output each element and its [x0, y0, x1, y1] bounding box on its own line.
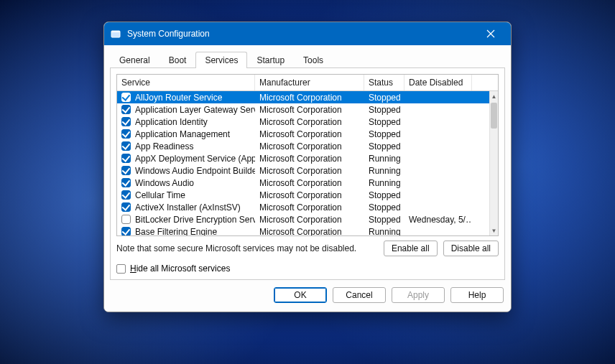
- secure-services-note: Note that some secure Microsoft services…: [116, 243, 378, 253]
- service-checkbox[interactable]: [121, 215, 131, 224]
- service-status: Running: [364, 166, 404, 176]
- service-manufacturer: Microsoft Corporation: [255, 154, 364, 164]
- service-row[interactable]: Base Filtering EngineMicrosoft Corporati…: [117, 225, 489, 235]
- service-manufacturer: Microsoft Corporation: [255, 141, 364, 151]
- service-manufacturer: Microsoft Corporation: [255, 129, 364, 139]
- tab-services[interactable]: Services: [195, 52, 247, 68]
- column-header-date-disabled[interactable]: Date Disabled: [404, 75, 472, 90]
- service-row[interactable]: Application ManagementMicrosoft Corporat…: [117, 128, 489, 140]
- service-status: Running: [364, 178, 404, 188]
- service-status: Stopped: [364, 129, 404, 139]
- service-status: Stopped: [364, 190, 404, 200]
- service-manufacturer: Microsoft Corporation: [255, 190, 364, 200]
- scroll-down-arrow[interactable]: ▼: [490, 225, 498, 235]
- client-area: General Boot Services Startup Tools Serv…: [104, 45, 511, 312]
- service-checkbox[interactable]: [121, 129, 131, 139]
- service-row[interactable]: AppX Deployment Service (AppX…Microsoft …: [117, 152, 489, 164]
- service-name: Windows Audio Endpoint Builder: [135, 166, 255, 176]
- service-row[interactable]: Application IdentityMicrosoft Corporatio…: [117, 116, 489, 128]
- msconfig-icon: [110, 28, 121, 39]
- service-status: Stopped: [364, 117, 404, 127]
- service-checkbox[interactable]: [121, 166, 131, 175]
- service-row[interactable]: AllJoyn Router ServiceMicrosoft Corporat…: [117, 91, 489, 103]
- vertical-scrollbar[interactable]: ▲ ▼: [489, 91, 498, 235]
- scroll-thumb[interactable]: [491, 103, 497, 129]
- tab-startup[interactable]: Startup: [247, 52, 294, 68]
- service-checkbox[interactable]: [121, 105, 131, 114]
- service-checkbox[interactable]: [121, 202, 131, 212]
- listview-header: Service Manufacturer Status Date Disable…: [117, 75, 498, 91]
- service-manufacturer: Microsoft Corporation: [255, 93, 364, 103]
- service-date-disabled: Wednesday, 5/…: [404, 215, 472, 225]
- hide-ms-checkbox[interactable]: [116, 264, 126, 274]
- help-button[interactable]: Help: [450, 287, 504, 303]
- desktop-wallpaper: System Configuration General Boot Servic…: [0, 0, 615, 364]
- service-manufacturer: Microsoft Corporation: [255, 227, 364, 236]
- disable-all-button[interactable]: Disable all: [443, 241, 499, 256]
- system-configuration-window: System Configuration General Boot Servic…: [103, 22, 512, 312]
- service-row[interactable]: ActiveX Installer (AxInstSV)Microsoft Co…: [117, 201, 489, 213]
- service-manufacturer: Microsoft Corporation: [255, 215, 364, 225]
- service-status: Running: [364, 154, 404, 164]
- tab-tools[interactable]: Tools: [294, 52, 333, 68]
- service-name: Application Layer Gateway Service: [135, 105, 255, 115]
- services-listview[interactable]: Service Manufacturer Status Date Disable…: [116, 74, 499, 236]
- service-row[interactable]: Windows Audio Endpoint BuilderMicrosoft …: [117, 164, 489, 177]
- service-checkbox[interactable]: [121, 141, 131, 151]
- tab-general[interactable]: General: [110, 52, 159, 68]
- service-row[interactable]: Application Layer Gateway ServiceMicroso…: [117, 103, 489, 116]
- service-checkbox[interactable]: [121, 190, 131, 200]
- service-name: Application Identity: [135, 117, 208, 127]
- titlebar[interactable]: System Configuration: [104, 22, 511, 45]
- service-checkbox[interactable]: [121, 117, 131, 126]
- service-status: Stopped: [364, 202, 404, 213]
- service-manufacturer: Microsoft Corporation: [255, 117, 364, 127]
- service-name: Cellular Time: [135, 190, 185, 200]
- service-manufacturer: Microsoft Corporation: [255, 105, 364, 115]
- service-manufacturer: Microsoft Corporation: [255, 202, 364, 213]
- service-manufacturer: Microsoft Corporation: [255, 178, 364, 188]
- cancel-button[interactable]: Cancel: [333, 287, 386, 303]
- service-name: App Readiness: [135, 141, 193, 151]
- service-checkbox[interactable]: [121, 154, 131, 163]
- tab-strip: General Boot Services Startup Tools: [110, 45, 505, 68]
- tab-boot[interactable]: Boot: [159, 52, 196, 68]
- service-checkbox[interactable]: [121, 93, 131, 102]
- service-name: Windows Audio: [135, 178, 194, 188]
- service-status: Running: [364, 227, 404, 236]
- service-name: AppX Deployment Service (AppX…: [135, 154, 255, 164]
- service-manufacturer: Microsoft Corporation: [255, 166, 364, 176]
- svg-rect-1: [111, 31, 120, 32]
- service-checkbox[interactable]: [121, 227, 131, 235]
- service-row[interactable]: BitLocker Drive Encryption ServiceMicros…: [117, 213, 489, 225]
- service-name: Application Management: [135, 129, 230, 139]
- service-row[interactable]: Cellular TimeMicrosoft CorporationStoppe…: [117, 189, 489, 201]
- service-status: Stopped: [364, 93, 404, 103]
- listview-body: AllJoyn Router ServiceMicrosoft Corporat…: [117, 91, 498, 235]
- column-header-service[interactable]: Service: [117, 75, 255, 90]
- service-checkbox[interactable]: [121, 178, 131, 187]
- service-status: Stopped: [364, 215, 404, 225]
- service-status: Stopped: [364, 105, 404, 115]
- service-status: Stopped: [364, 141, 404, 151]
- hide-ms-label[interactable]: Hide all Microsoft services: [130, 263, 230, 274]
- scroll-up-arrow[interactable]: ▲: [490, 91, 498, 101]
- service-name: AllJoyn Router Service: [135, 93, 222, 103]
- column-header-manufacturer[interactable]: Manufacturer: [255, 75, 364, 90]
- apply-button: Apply: [392, 287, 445, 303]
- service-name: ActiveX Installer (AxInstSV): [135, 202, 241, 213]
- column-header-status[interactable]: Status: [364, 75, 404, 90]
- dialog-footer: OK Cancel Apply Help: [110, 280, 505, 306]
- close-button[interactable]: [476, 22, 505, 45]
- service-name: BitLocker Drive Encryption Service: [135, 215, 255, 225]
- window-title: System Configuration: [127, 29, 476, 39]
- close-icon: [486, 29, 495, 38]
- service-row[interactable]: App ReadinessMicrosoft CorporationStoppe…: [117, 140, 489, 152]
- service-row[interactable]: Windows AudioMicrosoft CorporationRunnin…: [117, 177, 489, 189]
- ok-button[interactable]: OK: [274, 287, 327, 303]
- tab-page-services: Service Manufacturer Status Date Disable…: [110, 68, 505, 280]
- service-name: Base Filtering Engine: [135, 227, 217, 236]
- below-list-row: Note that some secure Microsoft services…: [116, 241, 499, 256]
- enable-all-button[interactable]: Enable all: [384, 241, 438, 256]
- hide-ms-row: Hide all Microsoft services: [116, 263, 499, 274]
